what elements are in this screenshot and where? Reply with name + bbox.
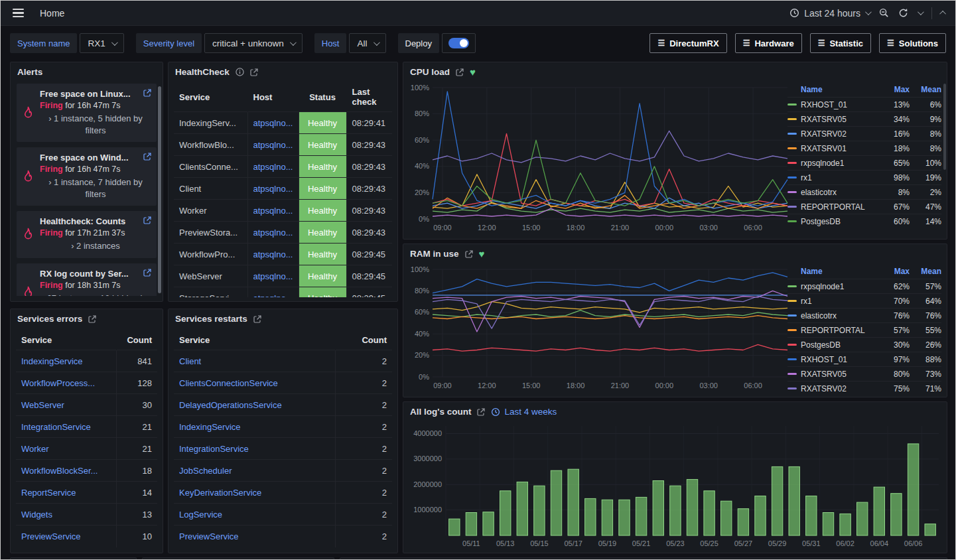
link-button-statistic[interactable]: ☰Statistic (810, 33, 871, 53)
service-link[interactable]: PreviewService (21, 531, 111, 541)
service-link[interactable]: WebServer (21, 400, 111, 410)
system-name-select[interactable]: RX1 (80, 33, 123, 53)
collapse-chevron-up-icon[interactable] (939, 11, 946, 17)
service-link[interactable]: Client (179, 356, 330, 366)
service-link[interactable]: ReportService (21, 488, 111, 498)
svg-text:3000000: 3000000 (413, 455, 442, 462)
service-link[interactable]: DelayedOperationsService (179, 400, 330, 410)
series-name[interactable]: RXHOST_01 (801, 355, 878, 364)
series-name[interactable]: RXATSRV02 (801, 129, 878, 139)
alert-instances[interactable]: › 2 instances (40, 240, 151, 252)
service-link[interactable]: JobScheduler (179, 466, 330, 476)
col-count[interactable]: Count (116, 330, 157, 350)
service-link[interactable]: WorkflowProcess... (21, 378, 111, 388)
series-name[interactable]: RXATSRV02 (801, 384, 878, 392)
severity-select[interactable]: critical + unknown (204, 33, 303, 53)
service-link[interactable]: PreviewService (179, 531, 330, 541)
count-value: 2 (335, 372, 392, 394)
service-link[interactable]: ClientsConnectionService (179, 378, 330, 388)
external-link-icon[interactable] (253, 315, 261, 323)
service-link[interactable]: IndexingService (21, 356, 111, 366)
alert-instances[interactable]: › 67 instances, 16 hidden by filters (40, 293, 151, 296)
external-link-icon[interactable] (250, 68, 258, 76)
panel-title-services-restarts[interactable]: Services restarts (175, 314, 247, 324)
zoom-out-icon[interactable] (879, 8, 889, 18)
alert-instances[interactable]: › 1 instance, 5 hidden by filters (40, 113, 151, 136)
hc-col[interactable]: Status (299, 82, 346, 112)
external-link-icon[interactable] (143, 269, 151, 277)
panel-title-alerts[interactable]: Alerts (17, 67, 42, 77)
hc-col[interactable]: Service (174, 82, 247, 112)
external-link-icon[interactable] (143, 153, 151, 161)
service-link[interactable]: IntegrationService (179, 444, 330, 454)
time-range-picker[interactable]: Last 24 hours (789, 8, 870, 19)
alert-name[interactable]: Healthcheck: Counts (40, 216, 139, 226)
panel-title-cpu[interactable]: CPU load (410, 67, 450, 77)
service-link[interactable]: Worker (21, 444, 111, 454)
link-button-solutions[interactable]: ☰Solutions (879, 33, 946, 53)
menu-icon[interactable] (10, 6, 27, 20)
alert-name[interactable]: Free space on Wind... (40, 153, 139, 163)
external-link-icon[interactable] (456, 68, 464, 76)
series-name[interactable]: rx1 (801, 297, 878, 306)
col-count[interactable]: Count (335, 330, 392, 350)
alert-name[interactable]: RX log count by Ser... (40, 269, 139, 279)
deploy-toggle[interactable] (442, 33, 476, 53)
col-service[interactable]: Service (174, 330, 335, 350)
series-name[interactable]: RXHOST_01 (801, 100, 878, 109)
hc-host-link[interactable]: atpsqlno... (253, 249, 293, 259)
hc-host-link[interactable]: atpsqlno... (253, 271, 293, 281)
alerts-scrollbar[interactable] (158, 86, 161, 293)
service-link[interactable]: KeyDerivationService (179, 488, 330, 498)
hc-host-link[interactable]: atpsqlno... (253, 228, 293, 238)
count-value: 2 (335, 350, 392, 372)
external-link-icon[interactable] (88, 315, 96, 323)
refresh-icon[interactable] (898, 8, 908, 18)
logs-range[interactable]: Last 4 weeks (491, 407, 557, 417)
series-name[interactable]: PostgesDB (801, 340, 878, 350)
series-name[interactable]: rxpsqlnode1 (801, 159, 878, 168)
info-icon[interactable] (236, 68, 244, 76)
hc-host-link[interactable]: atpsqlno... (253, 140, 293, 150)
alert-instances[interactable]: › 1 instance, 7 hidden by filters (40, 176, 151, 200)
service-link[interactable]: Widgets (21, 510, 111, 520)
panel-title-ram[interactable]: RAM in use (410, 249, 459, 259)
series-name[interactable]: PostgesDB (801, 217, 878, 226)
series-name[interactable]: elasticotrx (801, 311, 878, 320)
col-service[interactable]: Service (16, 330, 116, 350)
service-link[interactable]: IntegrationService (21, 422, 111, 432)
hc-col[interactable]: Host (247, 82, 299, 112)
svg-text:20%: 20% (415, 188, 429, 196)
link-button-hardware[interactable]: ☰Hardware (735, 33, 802, 53)
hc-host-link[interactable]: atpsqlno... (253, 162, 293, 172)
panel-title-services-errors[interactable]: Services errors (17, 314, 82, 324)
series-name[interactable]: RXATSRV01 (801, 144, 878, 153)
external-link-icon[interactable] (143, 89, 151, 97)
hc-host-link[interactable]: atpsqlno... (253, 293, 293, 297)
hc-col[interactable]: Last check (346, 82, 392, 112)
series-name[interactable]: RXATSRV05 (801, 370, 878, 379)
external-link-icon[interactable] (477, 408, 485, 416)
external-link-icon[interactable] (143, 216, 151, 224)
service-link[interactable]: WorkflowBlockSer... (21, 466, 111, 476)
service-link[interactable]: IndexingService (179, 422, 330, 432)
external-link-icon[interactable] (465, 250, 473, 258)
hc-host-link[interactable]: atpsqlno... (253, 206, 293, 216)
refresh-interval-chevron[interactable] (918, 9, 924, 15)
breadcrumb-home[interactable]: Home (40, 8, 64, 19)
service-link[interactable]: LogService (179, 510, 330, 520)
cpu-legend-scrollbar[interactable] (943, 84, 946, 170)
host-select[interactable]: All (349, 33, 385, 53)
series-name[interactable]: REPORTPORTAL (801, 326, 878, 335)
alert-name[interactable]: Free space on Linux... (40, 89, 139, 99)
panel-title-logs[interactable]: All log's count (410, 407, 471, 417)
series-name[interactable]: rx1 (801, 173, 878, 182)
series-name[interactable]: RXATSRV05 (801, 115, 878, 124)
hc-host-link[interactable]: atpsqlno... (253, 118, 293, 128)
link-button-directumrx[interactable]: ☰DirectumRX (649, 33, 726, 53)
hc-host-link[interactable]: atpsqlno... (253, 184, 293, 194)
series-name[interactable]: elasticotrx (801, 188, 878, 197)
panel-title-healthcheck[interactable]: HealthCheck (175, 67, 230, 77)
series-name[interactable]: rxpsqlnode1 (801, 282, 878, 291)
series-name[interactable]: REPORTPORTAL (801, 202, 878, 212)
